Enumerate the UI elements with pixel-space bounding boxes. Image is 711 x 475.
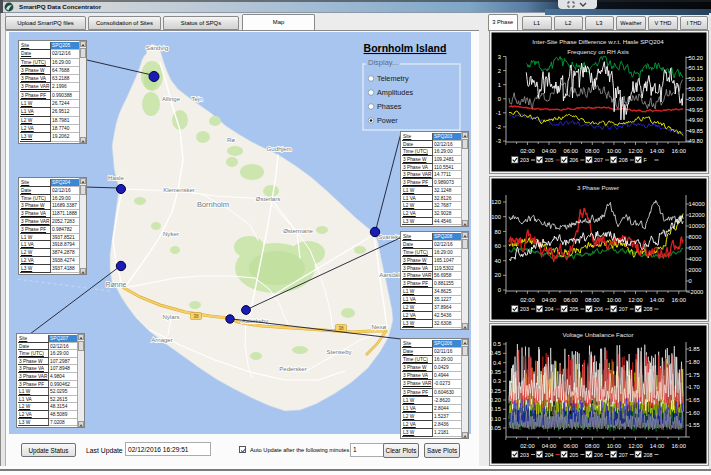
svg-text:50.10: 50.10 [689,76,704,82]
svg-text:0.05: 0.05 [490,425,501,431]
svg-text:Svaneke: Svaneke [378,234,402,240]
svg-text:14000: 14000 [689,201,705,207]
svg-text:Nyker: Nyker [163,230,179,237]
svg-text:Inter-Site Phase Difference w.: Inter-Site Phase Difference w.r.t. Hasle… [532,38,664,45]
svg-text:203: 203 [520,157,529,163]
svg-text:16:00: 16:00 [672,297,687,303]
svg-text:14:00: 14:00 [650,443,665,449]
svg-text:Nexø: Nexø [372,323,387,330]
svg-text:4000: 4000 [689,256,702,262]
svg-text:12:00: 12:00 [628,297,643,303]
svg-text:80: 80 [495,229,501,235]
svg-text:06:00: 06:00 [563,297,578,303]
svg-text:1.85: 1.85 [689,346,700,352]
svg-text:203: 203 [520,452,529,458]
svg-text:0.3: 0.3 [493,378,501,384]
svg-text:3: 3 [498,54,501,60]
svg-text:20: 20 [495,272,501,278]
svg-text:38: 38 [193,314,199,319]
svg-text:10:00: 10:00 [607,443,622,449]
svg-text:14:00: 14:00 [650,297,665,303]
svg-text:0.35: 0.35 [490,369,501,375]
svg-text:10:00: 10:00 [607,297,622,303]
svg-text:04:00: 04:00 [542,443,557,449]
svg-text:205: 205 [545,157,554,163]
svg-text:1.70: 1.70 [689,384,700,390]
svg-text:Nylars: Nylars [162,314,179,320]
svg-text:0: 0 [689,278,692,284]
svg-text:50.20: 50.20 [689,55,704,61]
svg-text:0: 0 [498,287,501,293]
svg-text:06:00: 06:00 [563,148,578,154]
svg-text:-1: -1 [496,110,501,116]
svg-text:Østermarie: Østermarie [283,228,313,234]
svg-text:206: 206 [594,306,603,312]
svg-text:08:00: 08:00 [585,148,600,154]
svg-text:0.15: 0.15 [490,406,501,412]
svg-text:Allinge: Allinge [162,96,181,102]
svg-text:49.85: 49.85 [689,128,704,134]
svg-text:-3: -3 [496,138,501,144]
svg-text:0: 0 [498,96,501,102]
svg-text:16:00: 16:00 [672,148,687,154]
svg-text:04:00: 04:00 [542,148,557,154]
svg-text:6000: 6000 [689,245,702,251]
svg-text:Amplitudes: Amplitudes [377,88,413,97]
svg-text:40: 40 [495,258,501,264]
svg-text:1.55: 1.55 [689,422,700,428]
svg-text:203: 203 [520,306,529,312]
svg-text:60: 60 [495,243,501,249]
svg-text:Bornholm: Bornholm [197,200,229,209]
svg-text:Power: Power [377,116,398,125]
svg-text:0.10: 0.10 [490,416,501,422]
svg-text:04:00: 04:00 [542,297,557,303]
svg-text:Voltage Unbalance Factor: Voltage Unbalance Factor [562,331,633,338]
svg-text:Klemensker: Klemensker [163,187,195,193]
svg-text:204: 204 [545,452,554,458]
svg-text:14:00: 14:00 [650,148,665,154]
svg-text:Display...: Display... [368,58,398,67]
svg-text:06:00: 06:00 [563,443,578,449]
svg-text:3 Phase Power: 3 Phase Power [577,184,619,191]
svg-text:12:00: 12:00 [628,148,643,154]
svg-text:02:00: 02:00 [520,297,535,303]
svg-text:0.4: 0.4 [493,360,502,366]
svg-text:08:00: 08:00 [585,443,600,449]
svg-text:205: 205 [569,306,578,312]
svg-text:12000: 12000 [689,212,705,218]
svg-text:10000: 10000 [689,223,705,229]
svg-text:-2: -2 [496,124,501,130]
svg-text:50.15: 50.15 [689,65,704,71]
svg-text:1: 1 [498,82,501,88]
svg-text:207: 207 [619,306,628,312]
svg-text:Hasle: Hasle [108,174,124,181]
svg-text:Stenseby: Stenseby [326,349,351,355]
svg-text:Pedersker: Pedersker [279,366,306,372]
svg-text:-2000: -2000 [689,289,704,295]
svg-text:0.5: 0.5 [493,341,501,347]
svg-text:Østerlars: Østerlars [256,196,280,202]
svg-text:206: 206 [594,452,603,458]
svg-text:12:00: 12:00 [628,443,643,449]
svg-text:1.80: 1.80 [689,359,700,365]
svg-text:205: 205 [569,452,578,458]
svg-text:Bornholm Island: Bornholm Island [364,42,447,54]
svg-text:10:00: 10:00 [607,148,622,154]
svg-text:49.95: 49.95 [689,107,704,113]
svg-text:120: 120 [491,199,501,205]
svg-text:49.90: 49.90 [689,117,704,123]
svg-text:208: 208 [619,157,628,163]
svg-text:208: 208 [644,306,653,312]
svg-text:Tejn: Tejn [191,96,202,102]
svg-text:Phases: Phases [377,102,402,111]
svg-text:02:00: 02:00 [520,443,535,449]
svg-text:Frequency on RH Axis: Frequency on RH Axis [567,48,629,55]
svg-text:100: 100 [491,214,501,220]
svg-text:Telemetry: Telemetry [377,74,409,83]
svg-text:2: 2 [498,68,501,74]
svg-text:2000: 2000 [689,267,702,273]
svg-text:50.00: 50.00 [689,96,704,102]
svg-text:38: 38 [338,326,344,331]
svg-text:204: 204 [545,306,554,312]
svg-text:Rø: Rø [227,137,235,143]
